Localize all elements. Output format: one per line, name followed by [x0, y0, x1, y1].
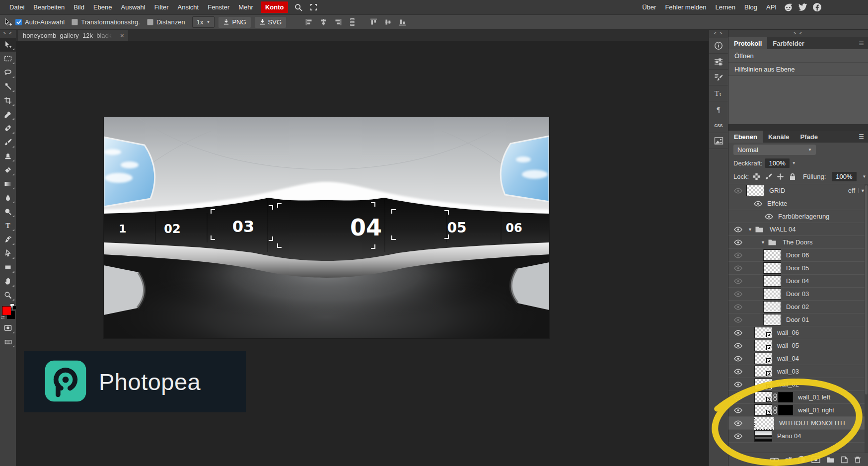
adjustment-icon[interactable] [797, 456, 805, 464]
transform-controls-checkbox[interactable]: Transformationsstrg. [72, 18, 140, 26]
info-panel-icon[interactable] [709, 38, 728, 54]
menu-ebene[interactable]: Ebene [93, 3, 112, 11]
quick-mask-tool[interactable] [0, 321, 16, 335]
document-tab[interactable]: honeycomb_gallery_12k_black_pa × [18, 30, 128, 41]
distribute-vertical-icon[interactable] [348, 18, 357, 26]
direct-select-tool[interactable] [0, 246, 16, 260]
layer-row[interactable]: wall_06 [728, 326, 868, 339]
align-left-icon[interactable] [305, 18, 313, 26]
tab-pfade[interactable]: Pfade [795, 131, 823, 143]
visibility-toggle[interactable] [733, 356, 742, 362]
export-png-button[interactable]: PNG [218, 17, 250, 28]
visibility-toggle[interactable] [733, 330, 742, 336]
tab-farbfelder[interactable]: Farbfelder [767, 37, 810, 49]
layer-thumbnail[interactable] [763, 262, 781, 274]
visibility-toggle[interactable] [733, 420, 742, 426]
color-swatches[interactable]: ⇄ [0, 303, 16, 321]
link-icon[interactable] [770, 457, 779, 463]
effects-caret-icon[interactable]: ▼ [858, 188, 865, 193]
layer-row[interactable]: WITHOUT MONOLITH [728, 417, 868, 430]
menu-api[interactable]: API [766, 3, 777, 11]
visibility-toggle[interactable] [733, 304, 742, 310]
layer-row[interactable]: wall_01 right [728, 404, 868, 417]
facebook-icon[interactable] [812, 2, 822, 12]
lock-position-icon[interactable] [776, 173, 785, 180]
layer-row[interactable]: Door 03 [728, 288, 868, 301]
layer-thumbnail[interactable] [754, 353, 772, 364]
crop-tool[interactable] [0, 93, 16, 107]
lock-transparency-icon[interactable] [752, 173, 761, 180]
menu-auswahl[interactable]: Auswahl [121, 3, 145, 11]
visibility-toggle[interactable] [733, 252, 742, 258]
visibility-toggle[interactable] [733, 188, 742, 194]
mask-icon[interactable] [811, 456, 820, 463]
close-icon[interactable]: × [120, 32, 124, 39]
layer-thumbnail[interactable] [763, 275, 781, 287]
lasso-tool[interactable] [0, 66, 16, 79]
gradient-tool[interactable] [0, 177, 16, 191]
menu-mehr[interactable]: Mehr [238, 3, 253, 11]
css-panel-icon[interactable]: CSS [709, 117, 728, 133]
new-layer-icon[interactable] [841, 456, 848, 464]
eyedropper-tool[interactable] [0, 107, 16, 121]
zoom-level-dropdown[interactable]: 1x ▼ [192, 16, 215, 28]
menu-ansicht[interactable]: Ansicht [178, 3, 199, 11]
healing-brush-tool[interactable] [0, 121, 16, 135]
layer-thumbnail[interactable] [746, 185, 764, 196]
layer-row[interactable]: GRIDeff▼ [728, 184, 868, 197]
layer-row[interactable]: Door 06 [728, 249, 868, 262]
layer-thumbnail[interactable] [754, 340, 772, 351]
menu-ber[interactable]: Über [642, 3, 656, 11]
tab-ebenen[interactable]: Ebenen [728, 131, 763, 143]
visibility-toggle[interactable] [733, 382, 742, 388]
brush-tool[interactable] [0, 135, 16, 149]
layer-thumbnail[interactable] [754, 379, 772, 390]
visibility-toggle[interactable] [733, 369, 742, 375]
panel-collapse[interactable]: > < [728, 30, 868, 37]
menu-lernen[interactable]: Lernen [716, 3, 735, 11]
zoom-tool[interactable] [0, 288, 16, 302]
swap-colors-icon[interactable]: ⇄ [1, 315, 5, 320]
chevron-down-icon[interactable]: ▼ [792, 161, 796, 165]
layer-row[interactable]: Door 05 [728, 262, 868, 275]
search-icon[interactable] [293, 2, 303, 12]
align-center-icon[interactable] [319, 18, 328, 26]
align-right-icon[interactable] [334, 18, 342, 26]
layer-mask-thumbnail[interactable] [778, 405, 793, 415]
tab-kanaele[interactable]: Kanäle [763, 131, 795, 143]
blur-tool[interactable] [0, 191, 16, 205]
layer-thumbnail[interactable] [754, 404, 772, 416]
dodge-tool[interactable] [0, 205, 16, 219]
layer-row[interactable]: Door 02 [728, 301, 868, 313]
folder-icon[interactable] [826, 457, 835, 463]
menu-datei[interactable]: Datei [9, 3, 24, 11]
menu-bearbeiten[interactable]: Bearbeiten [33, 3, 65, 11]
image-panel-icon[interactable] [709, 133, 728, 149]
layer-row[interactable]: wall_03 [728, 365, 868, 378]
reddit-icon[interactable] [784, 2, 793, 12]
layer-thumbnail[interactable] [763, 314, 781, 325]
layer-mask-thumbnail[interactable] [778, 392, 793, 402]
type-tool[interactable]: T [0, 219, 16, 233]
foreground-color-swatch[interactable] [2, 306, 11, 315]
toolstrip-collapse[interactable]: > < [0, 30, 16, 38]
menu-bild[interactable]: Bild [73, 3, 84, 11]
align-top-icon[interactable] [369, 18, 378, 26]
menu-filter[interactable]: Filter [154, 3, 169, 11]
layer-thumbnail[interactable] [763, 249, 781, 261]
rectangle-tool[interactable] [0, 260, 16, 274]
visibility-toggle[interactable] [733, 239, 742, 245]
layer-row[interactable]: ▼The Doors [728, 236, 868, 249]
layer-thumbnail[interactable] [754, 327, 772, 338]
effects-footer-button[interactable]: eff [785, 456, 792, 463]
layer-row[interactable]: ▼WALL 04 [728, 223, 868, 236]
clone-stamp-tool[interactable] [0, 149, 16, 163]
layer-thumbnail[interactable] [754, 417, 774, 430]
visibility-toggle[interactable] [733, 227, 742, 233]
layer-thumbnail[interactable] [754, 366, 772, 377]
align-middle-icon[interactable] [384, 18, 392, 26]
history-item[interactable]: Öffnen [728, 49, 868, 63]
brush-settings-panel-icon[interactable] [709, 70, 728, 85]
history-item[interactable]: Hilfslinien aus Ebene [728, 63, 868, 76]
visibility-toggle[interactable] [733, 265, 742, 271]
